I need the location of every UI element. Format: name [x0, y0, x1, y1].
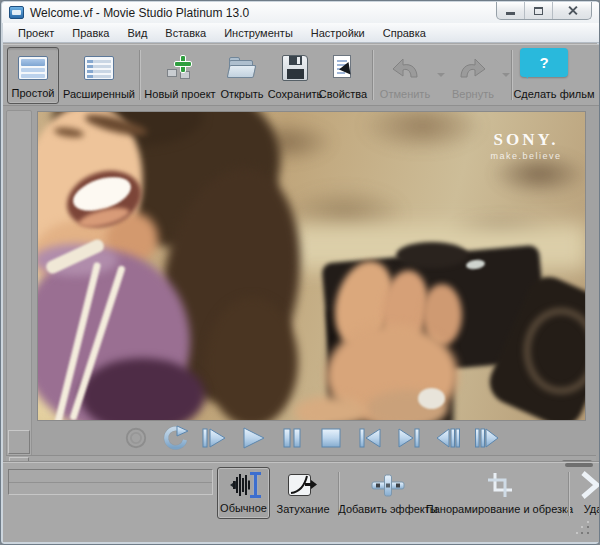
delete-tool-button[interactable]: Уда	[571, 467, 599, 519]
save-floppy-icon	[282, 55, 308, 81]
menu-settings[interactable]: Настройки	[302, 24, 374, 42]
make-believe-watermark: make.believe	[466, 151, 586, 161]
app-icon	[9, 6, 24, 19]
go-to-start-icon	[357, 425, 383, 451]
minimize-icon	[506, 12, 515, 15]
panel-separator	[568, 472, 570, 516]
minimize-button[interactable]	[497, 2, 525, 19]
go-to-end-icon	[396, 425, 422, 451]
redo-dropdown-arrow[interactable]	[502, 73, 510, 81]
close-icon	[567, 5, 578, 16]
go-to-start-button[interactable]	[357, 425, 383, 451]
stop-icon	[318, 425, 344, 451]
wrist	[294, 396, 366, 421]
menu-edit[interactable]: Правка	[63, 24, 118, 42]
loop-playback-button[interactable]	[162, 425, 188, 451]
undo-dropdown-arrow[interactable]	[437, 73, 445, 81]
undo-button[interactable]: Отменить	[376, 47, 434, 104]
app-window: Welcome.vf - Movie Studio Platinum 13.0 …	[0, 0, 600, 545]
open-folder-icon	[227, 56, 257, 80]
empty-list-panel	[8, 469, 213, 495]
resize-grip[interactable]	[575, 520, 591, 536]
next-frame-icon	[474, 425, 500, 451]
toolbar-separator	[372, 50, 374, 100]
close-button[interactable]	[553, 2, 591, 19]
normal-tool-button[interactable]: Обычное	[217, 467, 270, 519]
play-icon	[240, 425, 266, 451]
menu-bar: Проект Правка Вид Вставка Инструменты На…	[3, 23, 599, 43]
pause-button[interactable]	[279, 425, 305, 451]
pan-crop-button[interactable]: Панорамирование и обрезка	[433, 467, 566, 519]
pan-crop-icon	[487, 472, 513, 498]
open-button[interactable]: Открыть	[217, 47, 267, 104]
preview-panel: SONY. make.believe	[3, 105, 599, 461]
loop-icon	[162, 425, 188, 451]
bottom-tool-panel: Обычное Затухание	[3, 461, 599, 542]
menu-project[interactable]: Проект	[9, 24, 63, 42]
play-from-start-button[interactable]	[201, 425, 227, 451]
sony-watermark: SONY.	[466, 130, 586, 150]
properties-button[interactable]: Свойства	[317, 47, 369, 104]
advanced-view-button[interactable]: Расширенный	[61, 47, 137, 104]
fade-tool-icon	[288, 472, 318, 498]
play-button[interactable]	[240, 425, 266, 451]
question-mark-icon: ?	[539, 54, 548, 71]
next-frame-button[interactable]	[474, 425, 500, 451]
record-icon	[124, 426, 148, 450]
woman-hair	[206, 297, 298, 421]
toolbar-separator	[139, 50, 141, 100]
dock-strip-button[interactable]	[8, 430, 30, 454]
title-bar[interactable]: Welcome.vf - Movie Studio Platinum 13.0	[2, 2, 600, 23]
main-toolbar: Простой Расширенный Новый проект Открыть…	[3, 44, 599, 105]
left-dock-strip	[6, 110, 32, 458]
go-to-end-button[interactable]	[396, 425, 422, 451]
properties-icon	[330, 55, 356, 81]
simple-view-icon	[18, 56, 48, 80]
new-project-button[interactable]: Новый проект	[143, 47, 217, 104]
advanced-view-icon	[84, 56, 114, 80]
maximize-button[interactable]	[525, 2, 553, 19]
menu-insert[interactable]: Вставка	[156, 24, 215, 42]
window-controls	[496, 2, 592, 20]
finger-ring	[418, 388, 445, 409]
undo-icon	[390, 57, 420, 79]
simple-view-button[interactable]: Простой	[7, 47, 59, 104]
menu-view[interactable]: Вид	[118, 24, 156, 42]
camera-top	[396, 242, 468, 268]
play-from-start-icon	[201, 425, 227, 451]
stop-button[interactable]	[318, 425, 344, 451]
help-bubble[interactable]: ?	[520, 48, 568, 77]
new-project-icon	[165, 55, 195, 81]
add-effects-button[interactable]: Добавить эффекты	[342, 467, 434, 519]
menu-help[interactable]: Справка	[374, 24, 435, 42]
transport-bar	[37, 421, 586, 455]
normal-tool-icon	[225, 471, 263, 499]
previous-frame-icon	[435, 425, 461, 451]
fade-tool-button[interactable]: Затухание	[272, 467, 334, 519]
menu-tools[interactable]: Инструменты	[215, 24, 302, 42]
redo-button[interactable]: Вернуть	[447, 47, 499, 104]
video-preview[interactable]: SONY. make.believe	[37, 111, 586, 421]
chevron-right-icon	[579, 471, 599, 499]
maximize-icon	[534, 7, 543, 15]
window-title: Welcome.vf - Movie Studio Platinum 13.0	[30, 6, 249, 20]
pause-icon	[279, 425, 305, 451]
redo-icon	[458, 57, 488, 79]
previous-frame-button[interactable]	[435, 425, 461, 451]
add-effects-icon	[371, 472, 405, 498]
save-button[interactable]: Сохранить	[267, 47, 323, 104]
record-button[interactable]	[123, 425, 149, 451]
